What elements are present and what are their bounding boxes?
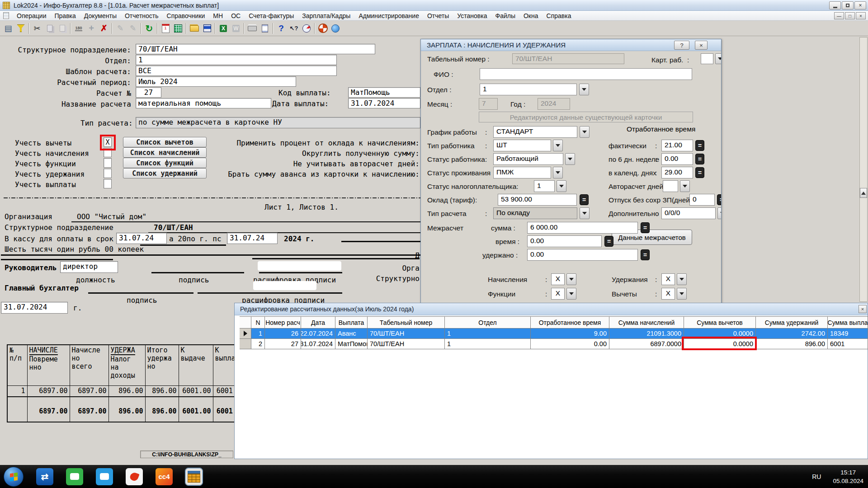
form-field-3[interactable]: Июль 2024 bbox=[136, 76, 296, 87]
edit-pen-toolbar-button[interactable] bbox=[114, 22, 127, 35]
dialog-field-grafik[interactable]: СТАНДАРТ bbox=[493, 126, 577, 138]
menu-item-11[interactable]: Установка bbox=[453, 11, 491, 20]
dialog-field-dop[interactable]: 0/0/0 bbox=[661, 207, 716, 219]
dropdown-icon-avto[interactable] bbox=[680, 180, 690, 192]
equals-button-vremya[interactable]: = bbox=[604, 236, 613, 247]
form-field-1[interactable]: 1 bbox=[136, 55, 337, 65]
menu-item-1[interactable]: Правка bbox=[51, 11, 80, 20]
menu-item-2[interactable]: Документы bbox=[80, 11, 121, 20]
dialog-field-tab[interactable]: 70/ШТ/ЕАН bbox=[512, 53, 624, 64]
dropdown-icon-otdel[interactable] bbox=[579, 84, 589, 95]
word-toolbar-button[interactable] bbox=[230, 22, 242, 35]
dialog-field-statusRab[interactable]: Работающий bbox=[493, 153, 563, 165]
checkbox-3[interactable] bbox=[104, 169, 112, 178]
dialog-field-kart[interactable] bbox=[701, 53, 713, 64]
menu-item-6[interactable]: ОС bbox=[227, 11, 245, 20]
scroll-up-icon[interactable] bbox=[860, 188, 867, 198]
payment-code-field[interactable]: МатПомощь bbox=[348, 87, 420, 98]
grid-col-header-5[interactable]: Отдел bbox=[445, 316, 531, 328]
save-toolbar-button[interactable] bbox=[201, 22, 213, 35]
form-field-4[interactable]: 27 bbox=[136, 87, 161, 98]
globe-toolbar-button[interactable] bbox=[329, 22, 342, 35]
grid-marker-header[interactable] bbox=[240, 316, 251, 328]
menu-item-10[interactable]: Отчеты bbox=[423, 11, 453, 20]
form-field-0[interactable]: 70/ШТ/ЕАН bbox=[136, 44, 375, 54]
equals-button-summa[interactable]: = bbox=[641, 222, 650, 233]
grid-cell[interactable]: 9.00 bbox=[531, 328, 609, 339]
grid-col-header-3[interactable]: Выплата bbox=[335, 316, 368, 328]
doc-date-field[interactable]: 31.07.2024 bbox=[1, 302, 68, 314]
filter-toolbar-button[interactable] bbox=[14, 22, 27, 35]
grid-window-title[interactable]: Редактирование рассчитанных данных(за Ию… bbox=[235, 303, 868, 315]
grid-cell[interactable]: 1 bbox=[251, 328, 265, 339]
equals-button-po6[interactable]: = bbox=[695, 154, 704, 164]
dialog-field-month[interactable]: 7 bbox=[479, 98, 498, 110]
dropdown-icon-vychety[interactable] bbox=[677, 288, 687, 300]
dialog-field-statusProzh[interactable]: ПМЖ bbox=[493, 167, 551, 178]
grid-col-header-0[interactable]: N bbox=[251, 316, 265, 328]
dialog-field-tipRas[interactable]: По окладу bbox=[493, 207, 577, 219]
grid-col-header-6[interactable]: Отработанное время bbox=[531, 316, 609, 328]
dropdown-icon-tipRab[interactable] bbox=[553, 140, 563, 151]
grid-col-header-7[interactable]: Сумма начислений bbox=[609, 316, 684, 328]
context-help-toolbar-button[interactable] bbox=[288, 22, 300, 35]
form-field-5[interactable]: материальная помощь bbox=[136, 98, 271, 108]
dialog-field-otdel[interactable]: 1 bbox=[480, 84, 577, 95]
dialog-field-funkcii[interactable]: X bbox=[551, 288, 565, 300]
grid-col-header-1[interactable]: Номер расч bbox=[265, 316, 301, 328]
dialog-field-uderzhano[interactable]: 0.00 bbox=[527, 249, 638, 261]
dialog-field-fio[interactable] bbox=[480, 68, 692, 80]
chat-blue-icon[interactable] bbox=[96, 468, 113, 485]
dropdown-icon-tipRas[interactable] bbox=[580, 207, 590, 219]
cut-toolbar-button[interactable] bbox=[31, 22, 43, 35]
cc4-app-icon[interactable]: cc4 bbox=[156, 468, 173, 485]
language-indicator[interactable]: RU bbox=[812, 473, 821, 480]
dialog-field-year[interactable]: 2024 bbox=[538, 98, 570, 110]
dropdown-icon-nachisleniya[interactable] bbox=[566, 273, 576, 285]
dialog-field-vychety[interactable]: X bbox=[661, 288, 675, 300]
cash-date1-field[interactable]: 31.07.24 bbox=[116, 233, 167, 244]
calculator-toolbar-button[interactable] bbox=[172, 22, 184, 35]
calendar-toolbar-button[interactable] bbox=[159, 22, 172, 35]
menu-item-13[interactable]: Окна bbox=[519, 11, 542, 20]
dialog-field-kalend[interactable]: 29.00 bbox=[661, 167, 693, 178]
vertical-scrollbar[interactable] bbox=[859, 37, 868, 302]
dialog-field-otpusk[interactable]: 0 bbox=[689, 194, 715, 206]
equals-button-uderzhano[interactable]: = bbox=[641, 249, 650, 260]
start-button[interactable] bbox=[4, 467, 24, 487]
open-folder-toolbar-button[interactable] bbox=[188, 22, 201, 35]
grid-cell[interactable]: 896.00 bbox=[756, 339, 828, 349]
menu-item-4[interactable]: Справочники bbox=[163, 11, 209, 20]
form-toolbar-button[interactable] bbox=[2, 22, 14, 35]
dropdown-icon-statusRab[interactable] bbox=[565, 153, 575, 165]
dropdown-icon-uderzhaniya[interactable] bbox=[677, 273, 687, 285]
grid-col-header-4[interactable]: Табельный номер bbox=[368, 316, 445, 328]
head-position-field[interactable]: директор bbox=[60, 261, 118, 273]
dialog-field-fakt[interactable]: 21.00 bbox=[661, 140, 693, 151]
dialog-close-button[interactable]: × bbox=[695, 41, 708, 50]
menu-item-0[interactable]: Операции bbox=[13, 11, 51, 20]
grid-cell[interactable]: 1 bbox=[445, 328, 531, 339]
calc-type-field[interactable]: по сумме межрасчета в карточке НУ bbox=[136, 117, 420, 128]
add-toolbar-button[interactable] bbox=[85, 22, 98, 35]
dialog-field-nachisleniya[interactable]: X bbox=[551, 273, 565, 285]
dialog-field-avto[interactable] bbox=[663, 180, 678, 192]
dialog-field-tipRab[interactable]: ШТ bbox=[493, 140, 551, 151]
grid-col-header-2[interactable]: Дата bbox=[301, 316, 335, 328]
chat-green-icon[interactable] bbox=[66, 468, 83, 485]
delete-toolbar-button[interactable] bbox=[98, 22, 110, 35]
grid-col-header-9[interactable]: Сумма удержаний bbox=[756, 316, 828, 328]
dropdown-icon-grafik[interactable] bbox=[580, 126, 590, 138]
child-minimize-button[interactable]: — bbox=[834, 12, 844, 19]
grid-row-2[interactable]: 22731.07.2024МатПомощ70/ШТ/ЕАН10.006897.… bbox=[240, 339, 868, 349]
dialog-field-uderzhaniya[interactable]: X bbox=[661, 273, 675, 285]
compass-toolbar-button[interactable] bbox=[300, 22, 313, 35]
payment-date-field[interactable]: 31.07.2024 bbox=[348, 98, 420, 108]
grid-cell[interactable]: Аванс bbox=[335, 328, 368, 339]
dialog-field-vremya[interactable]: 0.00 bbox=[527, 235, 602, 247]
dropdown-icon-statusProzh[interactable] bbox=[553, 167, 563, 178]
preview-toolbar-button[interactable] bbox=[259, 22, 271, 35]
dropdown-icon-dop[interactable] bbox=[717, 207, 722, 219]
child-restore-button[interactable]: □ bbox=[845, 12, 855, 19]
equals-button-kalend[interactable]: = bbox=[695, 167, 704, 178]
